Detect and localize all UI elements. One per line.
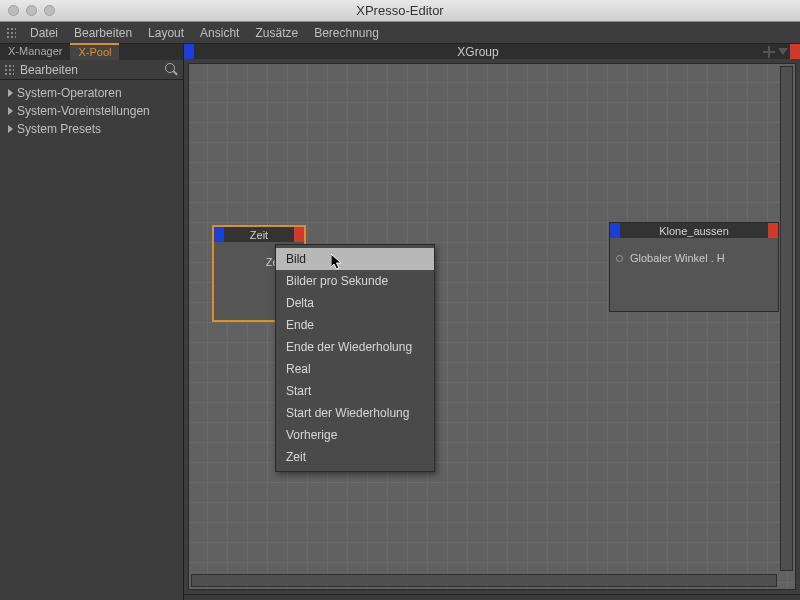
sidebar-tree: System-OperatorenSystem-Voreinstellungen… [0, 80, 183, 142]
port-dot-icon[interactable] [616, 255, 623, 262]
node-input-bar[interactable] [610, 223, 620, 238]
node-title: Klone_aussen [620, 225, 768, 237]
port-label: Globaler Winkel . H [630, 252, 725, 264]
menubar: DateiBearbeitenLayoutAnsichtZusätzeBerec… [0, 22, 800, 44]
caret-right-icon[interactable] [8, 89, 13, 97]
sidebar-toolbar-menu[interactable]: Bearbeiten [18, 63, 165, 77]
chevron-down-icon[interactable] [778, 48, 788, 55]
tree-item[interactable]: System Presets [4, 120, 179, 138]
grip-icon [4, 64, 14, 76]
group-input-port[interactable] [184, 44, 194, 59]
node-canvas[interactable]: Zeit Zeit Klone_aussen [188, 63, 796, 590]
node-input-bar[interactable] [214, 227, 224, 242]
node-header[interactable]: Zeit [214, 227, 304, 242]
search-icon[interactable] [165, 63, 179, 77]
context-menu-item[interactable]: Zeit [276, 446, 434, 468]
context-menu: BildBilder pro SekundeDeltaEndeEnde der … [275, 244, 435, 472]
context-menu-item[interactable]: Ende der Wiederholung [276, 336, 434, 358]
titlebar: XPresso-Editor [0, 0, 800, 22]
tab-spacer [119, 44, 183, 60]
node-output-bar[interactable] [294, 227, 304, 242]
context-menu-item[interactable]: Start der Wiederholung [276, 402, 434, 424]
sidebar-toolbar: Bearbeiten [0, 60, 183, 80]
tab-x-manager[interactable]: X-Manager [0, 44, 70, 60]
tree-item[interactable]: System-Operatoren [4, 84, 179, 102]
menu-item[interactable]: Layout [140, 23, 192, 43]
tab-x-pool[interactable]: X-Pool [70, 43, 119, 60]
menu-item[interactable]: Datei [22, 23, 66, 43]
context-menu-item[interactable]: Delta [276, 292, 434, 314]
vertical-scrollbar[interactable] [780, 66, 793, 571]
group-output-port[interactable] [790, 44, 800, 59]
input-port-row[interactable]: Globaler Winkel . H [616, 246, 772, 270]
tree-item-label: System Presets [17, 122, 101, 136]
horizontal-scrollbar[interactable] [191, 574, 777, 587]
tree-item-label: System-Operatoren [17, 86, 122, 100]
node-klone-aussen[interactable]: Klone_aussen Globaler Winkel . H [609, 222, 779, 312]
move-icon[interactable] [762, 45, 776, 59]
context-menu-item[interactable]: Start [276, 380, 434, 402]
sidebar: X-Manager X-Pool Bearbeiten System-Opera… [0, 44, 184, 600]
menu-item[interactable]: Bearbeiten [66, 23, 140, 43]
grip-icon [6, 27, 16, 39]
context-menu-item[interactable]: Real [276, 358, 434, 380]
caret-right-icon[interactable] [8, 107, 13, 115]
bottom-strip [184, 594, 800, 600]
context-menu-item[interactable]: Vorherige [276, 424, 434, 446]
graph-panel: XGroup Zeit Zeit [184, 44, 800, 600]
node-output-bar[interactable] [768, 223, 778, 238]
tree-item-label: System-Voreinstellungen [17, 104, 150, 118]
menu-item[interactable]: Berechnung [306, 23, 387, 43]
window-title: XPresso-Editor [0, 3, 800, 18]
group-header[interactable]: XGroup [184, 44, 800, 59]
tree-item[interactable]: System-Voreinstellungen [4, 102, 179, 120]
node-title: Zeit [224, 229, 294, 241]
group-title: XGroup [194, 45, 762, 59]
menu-item[interactable]: Zusätze [247, 23, 306, 43]
sidebar-tabs: X-Manager X-Pool [0, 44, 183, 60]
menu-item[interactable]: Ansicht [192, 23, 247, 43]
caret-right-icon[interactable] [8, 125, 13, 133]
context-menu-item[interactable]: Bild [276, 248, 434, 270]
context-menu-item[interactable]: Bilder pro Sekunde [276, 270, 434, 292]
node-header[interactable]: Klone_aussen [610, 223, 778, 238]
context-menu-item[interactable]: Ende [276, 314, 434, 336]
